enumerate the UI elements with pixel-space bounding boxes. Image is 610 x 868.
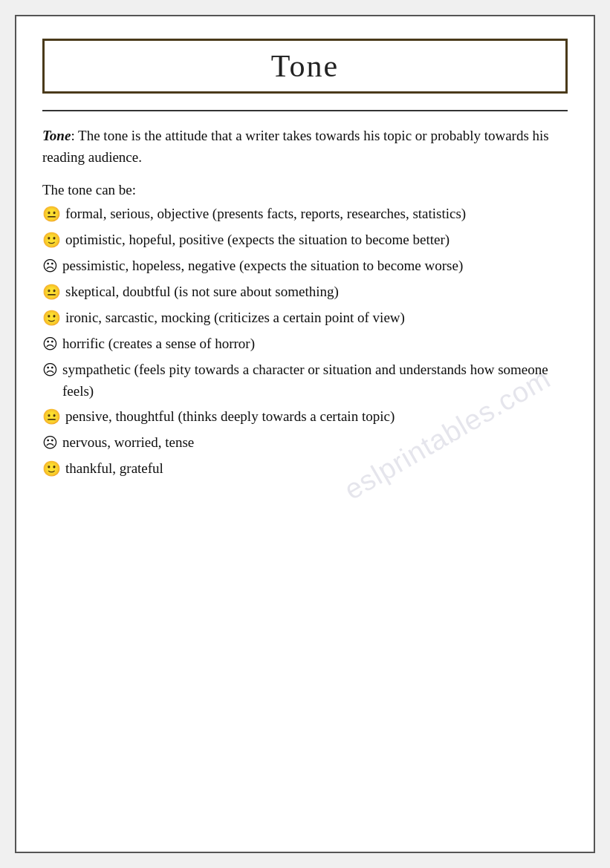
definition-paragraph: Tone: The tone is the attitude that a wr… (42, 125, 568, 169)
tone-emoji: ☹ (42, 359, 58, 382)
tone-emoji: ☹ (42, 431, 58, 454)
tone-emoji: 🙂 (42, 307, 61, 330)
definition-label: Tone (42, 128, 71, 143)
tone-text: optimistic, hopeful, positive (expects t… (65, 229, 450, 250)
list-item: 🙂thankful, grateful (42, 457, 568, 480)
list-item: ☹sympathetic (feels pity towards a chara… (42, 359, 568, 402)
tone-emoji: 🙂 (42, 457, 61, 480)
divider (42, 110, 568, 111)
tone-emoji: 😐 (42, 405, 61, 428)
tone-emoji: 😐 (42, 281, 61, 304)
list-item: ☹nervous, worried, tense (42, 431, 568, 454)
list-item: 😐skeptical, doubtful (is not sure about … (42, 281, 568, 304)
tone-emoji: ☹ (42, 255, 58, 278)
tone-emoji: 😐 (42, 203, 61, 226)
definition-text: : The tone is the attitude that a writer… (42, 128, 549, 165)
list-item: 🙂ironic, sarcastic, mocking (criticizes … (42, 307, 568, 330)
tone-text: ironic, sarcastic, mocking (criticizes a… (65, 307, 405, 328)
page: Tone Tone: The tone is the attitude that… (15, 15, 595, 853)
tone-text: thankful, grateful (65, 457, 163, 479)
tone-text: formal, serious, objective (presents fac… (65, 203, 466, 224)
tone-text: pessimistic, hopeless, negative (expects… (62, 255, 463, 276)
title-box: Tone (42, 39, 568, 94)
tone-text: horrific (creates a sense of horror) (62, 333, 255, 354)
page-title: Tone (271, 49, 339, 83)
list-item: 😐pensive, thoughtful (thinks deeply towa… (42, 405, 568, 428)
tone-text: pensive, thoughtful (thinks deeply towar… (65, 405, 395, 427)
list-item: ☹horrific (creates a sense of horror) (42, 333, 568, 356)
list-item: ☹pessimistic, hopeless, negative (expect… (42, 255, 568, 278)
list-item: 😐formal, serious, objective (presents fa… (42, 203, 568, 226)
tone-list: 😐formal, serious, objective (presents fa… (42, 203, 568, 480)
list-item: 🙂optimistic, hopeful, positive (expects … (42, 229, 568, 252)
tone-text: sympathetic (feels pity towards a charac… (62, 359, 568, 402)
section-intro: The tone can be: (42, 182, 568, 198)
tone-text: nervous, worried, tense (62, 431, 194, 453)
tone-emoji: ☹ (42, 333, 58, 356)
tone-emoji: 🙂 (42, 229, 61, 252)
tone-text: skeptical, doubtful (is not sure about s… (65, 281, 339, 302)
